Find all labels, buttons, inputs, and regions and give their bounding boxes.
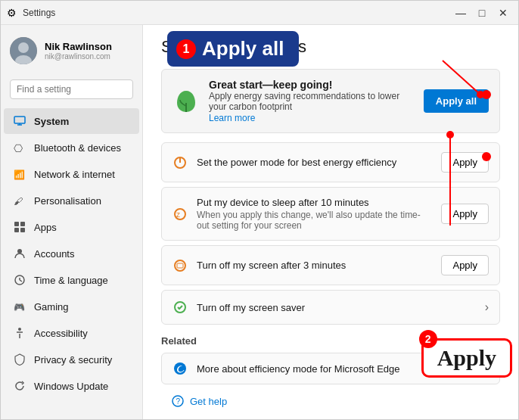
apply-button-sleep[interactable]: Apply	[441, 204, 489, 224]
sidebar-item-privacy[interactable]: Privacy & security	[4, 347, 139, 372]
svg-point-18	[18, 328, 21, 331]
window-title: Settings	[23, 8, 452, 18]
svg-rect-12	[20, 228, 25, 232]
annotation-1: 1 Apply all	[167, 31, 299, 67]
setting-row-screensaver[interactable]: Turn off my screen saver ›	[161, 290, 500, 325]
accessibility-icon	[13, 326, 26, 340]
setting-row-screen: Turn off my screen after 3 minutes Apply	[161, 245, 500, 285]
maximize-button[interactable]: □	[473, 4, 491, 22]
main-wrapper: Sy…ommendations Great start—keep going! …	[143, 25, 518, 419]
shield-icon	[13, 353, 26, 366]
sidebar-item-personalisation[interactable]: 🖌 Personalisation	[4, 188, 139, 213]
profile-info: Nik Rawlinson nik@rawlinson.com	[45, 41, 112, 61]
profile-name: Nik Rawlinson	[45, 41, 112, 52]
sidebar-item-apps[interactable]: Apps	[4, 214, 139, 240]
chevron-right-icon: ›	[485, 300, 489, 314]
power-title: Set the power mode for best energy effic…	[197, 157, 432, 168]
sidebar-item-system[interactable]: System	[4, 108, 139, 134]
content-area: Nik Rawlinson nik@rawlinson.com System ⎔	[1, 25, 518, 419]
sidebar-item-network-label: Network & internet	[34, 169, 115, 180]
settings-window: ⚙ Settings — □ ✕ Nik Rawlinson	[0, 0, 519, 420]
screen-text: Turn off my screen after 3 minutes	[197, 260, 432, 271]
sidebar-item-privacy-label: Privacy & security	[34, 354, 112, 366]
annotation-2-bubble: 2 Apply	[421, 338, 512, 378]
recommendation-title: Great start—keep going!	[209, 79, 415, 91]
sidebar-item-time-label: Time & language	[34, 275, 108, 286]
sidebar-item-windows-update-label: Windows Update	[34, 381, 108, 392]
wifi-icon: 📶	[13, 167, 26, 181]
sidebar-item-apps-label: Apps	[34, 222, 57, 233]
profile-email: nik@rawlinson.com	[45, 52, 112, 61]
update-icon	[13, 379, 26, 393]
svg-rect-3	[14, 117, 25, 123]
svg-rect-10	[20, 222, 25, 226]
sidebar-item-bluetooth[interactable]: ⎔ Bluetooth & devices	[4, 135, 139, 160]
apps-icon	[13, 220, 26, 234]
sleep-icon: z	[172, 207, 188, 222]
bluetooth-icon: ⎔	[13, 141, 26, 154]
annotation-2: 2 Apply	[421, 338, 512, 378]
get-help-label: Get help	[190, 396, 227, 407]
profile-section: Nik Rawlinson nik@rawlinson.com	[1, 31, 142, 70]
svg-rect-9	[14, 222, 19, 226]
sidebar-item-personalisation-label: Personalisation	[34, 195, 101, 207]
sidebar-item-accessibility[interactable]: Accessibility	[4, 320, 139, 346]
clock-icon	[13, 273, 26, 287]
title-bar: ⚙ Settings — □ ✕	[1, 1, 518, 25]
svg-rect-11	[14, 228, 19, 232]
svg-point-24	[175, 260, 185, 271]
leaf-icon	[172, 88, 200, 115]
monitor-icon	[13, 114, 26, 128]
svg-text:🎮: 🎮	[14, 301, 25, 313]
setting-row-power: Set the power mode for best energy effic…	[161, 142, 500, 182]
screensaver-title: Turn off my screen saver	[197, 302, 476, 313]
sleep-title: Put my device to sleep after 10 minutes	[197, 197, 432, 208]
svg-text:📶: 📶	[14, 169, 25, 180]
svg-point-13	[17, 249, 22, 254]
sidebar-item-system-label: System	[34, 116, 69, 127]
svg-point-27	[174, 362, 186, 375]
window-controls: — □ ✕	[452, 4, 512, 22]
screen-title: Turn off my screen after 3 minutes	[197, 260, 432, 271]
apply-all-button[interactable]: Apply all	[424, 89, 489, 113]
get-help-link[interactable]: ? Get help	[161, 389, 500, 413]
svg-rect-25	[177, 263, 183, 268]
sidebar-item-network[interactable]: 📶 Network & internet	[4, 161, 139, 187]
recommendation-text: Great start—keep going! Apply energy sav…	[209, 79, 415, 123]
sidebar-item-time[interactable]: Time & language	[4, 267, 139, 293]
setting-row-sleep: z Put my device to sleep after 10 minute…	[161, 187, 500, 241]
screensaver-text: Turn off my screen saver	[197, 302, 476, 313]
red-dot-apply-1	[482, 152, 491, 161]
svg-text:🖌: 🖌	[14, 196, 23, 207]
sidebar-item-accounts-label: Accounts	[34, 248, 74, 260]
power-text: Set the power mode for best energy effic…	[197, 157, 432, 168]
brush-icon: 🖌	[13, 194, 26, 207]
annotation-2-number: 2	[419, 330, 437, 348]
help-icon: ?	[172, 395, 184, 407]
search-input[interactable]	[10, 79, 133, 99]
annotation-1-bubble: 1 Apply all	[167, 31, 299, 67]
sidebar-item-gaming-label: Gaming	[34, 301, 69, 313]
svg-text:?: ?	[176, 397, 181, 406]
minimize-button[interactable]: —	[452, 4, 470, 22]
recommendation-banner: Great start—keep going! Apply energy sav…	[161, 69, 500, 133]
sleep-text: Put my device to sleep after 10 minutes …	[197, 197, 432, 231]
svg-point-1	[18, 42, 29, 53]
svg-text:⎔: ⎔	[14, 142, 23, 154]
annotation-1-number: 1	[176, 39, 196, 59]
close-button[interactable]: ✕	[494, 4, 512, 22]
sidebar-item-bluetooth-label: Bluetooth & devices	[34, 142, 121, 154]
power-icon	[172, 155, 188, 170]
person-icon	[13, 247, 26, 260]
settings-icon: ⚙	[7, 7, 17, 19]
svg-text:z: z	[176, 210, 180, 219]
sidebar-item-gaming[interactable]: 🎮 Gaming	[4, 294, 139, 319]
sidebar-item-accounts[interactable]: Accounts	[4, 241, 139, 266]
recommendation-subtitle: Apply energy saving recommendations to l…	[209, 91, 415, 112]
sidebar-item-windows-update[interactable]: Windows Update	[4, 373, 139, 399]
apply-button-screen[interactable]: Apply	[441, 255, 489, 275]
svg-line-16	[20, 280, 22, 282]
red-dot-apply-all	[482, 90, 491, 99]
screen-icon	[172, 258, 188, 273]
learn-more-link[interactable]: Learn more	[209, 113, 255, 123]
